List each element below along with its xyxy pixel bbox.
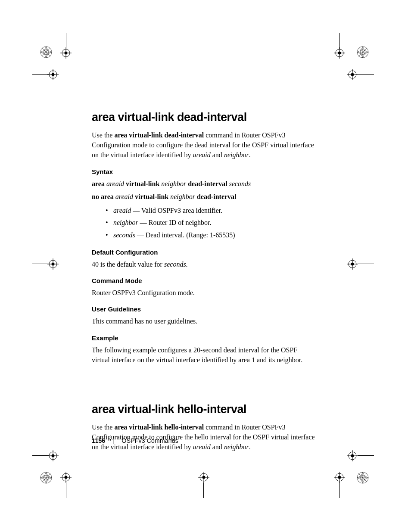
svg-line-33 — [363, 52, 365, 58]
param: seconds — [229, 180, 251, 187]
svg-line-11 — [46, 50, 52, 52]
registration-starburst-icon — [40, 472, 52, 484]
crop-line — [32, 455, 49, 456]
svg-line-64 — [40, 478, 46, 480]
registration-mark-icon — [347, 258, 358, 270]
svg-line-37 — [363, 52, 368, 55]
registration-mark-icon — [347, 450, 358, 461]
list-item: areaid — Valid OSPFv3 area identifier. — [106, 205, 316, 216]
crop-line — [203, 482, 204, 498]
svg-line-66 — [46, 478, 52, 480]
text: 40 is the default value for — [92, 261, 164, 268]
list-item: seconds — Dead interval. (Range: 1-65535… — [106, 230, 316, 241]
svg-line-9 — [40, 50, 46, 52]
svg-line-65 — [46, 475, 52, 478]
param-term: neighbor — [113, 219, 138, 226]
svg-line-8 — [46, 52, 49, 58]
svg-line-86 — [360, 478, 363, 483]
svg-line-88 — [357, 475, 363, 478]
registration-mark-icon — [334, 47, 345, 59]
section-title-dead-interval: area virtual-link dead-interval — [92, 111, 316, 124]
kw: virtual-link — [135, 193, 168, 200]
param-neighbor: neighbor — [224, 443, 249, 451]
param: neighbor — [170, 193, 195, 200]
registration-mark-icon — [347, 69, 358, 80]
svg-line-34 — [357, 50, 363, 52]
text: and — [211, 443, 224, 451]
svg-line-30 — [360, 47, 363, 52]
svg-line-89 — [357, 478, 363, 480]
section-title-hello-interval: area virtual-link hello-interval — [92, 403, 316, 416]
svg-line-10 — [40, 52, 46, 55]
registration-mark-icon — [47, 450, 59, 461]
svg-line-35 — [357, 52, 363, 55]
syntax-heading: Syntax — [92, 168, 316, 175]
crop-line — [339, 482, 340, 498]
svg-line-62 — [46, 478, 49, 483]
crop-line — [32, 74, 49, 75]
registration-mark-icon — [47, 258, 59, 270]
intro-paragraph-1: Use the area virtual-link dead-interval … — [92, 130, 316, 160]
svg-line-85 — [363, 472, 365, 478]
kw: virtual-link — [126, 180, 159, 187]
list-item: neighbor — Router ID of neighbor. — [106, 218, 316, 228]
crop-line — [358, 264, 374, 264]
registration-starburst-icon — [40, 46, 52, 58]
param: seconds — [164, 261, 186, 268]
text: and — [211, 151, 224, 159]
default-config-heading: Default Configuration — [92, 249, 316, 256]
svg-line-36 — [363, 50, 368, 52]
default-config-text: 40 is the default value for seconds. — [92, 259, 316, 269]
param: areaid — [106, 180, 124, 187]
kw: area — [92, 180, 105, 187]
registration-starburst-icon — [357, 46, 369, 58]
param-desc: — Dead interval. (Range: 1-65535) — [135, 231, 235, 239]
text: Use the — [92, 423, 114, 431]
kw: dead-interval — [188, 180, 227, 187]
crop-line — [66, 33, 66, 49]
registration-mark-icon — [47, 69, 59, 80]
param: neighbor — [161, 180, 186, 187]
registration-mark-icon — [198, 472, 209, 483]
example-text: The following example configures a 20-se… — [92, 345, 316, 365]
parameter-list: areaid — Valid OSPFv3 area identifier. n… — [92, 205, 316, 241]
svg-line-60 — [46, 472, 49, 478]
kw: no area — [92, 193, 114, 200]
svg-line-12 — [46, 52, 52, 55]
svg-line-7 — [44, 52, 46, 58]
svg-line-90 — [363, 475, 368, 478]
text: . — [186, 261, 188, 268]
param-neighbor: neighbor — [224, 151, 249, 159]
example-heading: Example — [92, 334, 316, 342]
registration-mark-icon — [334, 472, 345, 483]
command-mode-text: Router OSPFv3 Configuration mode. — [92, 288, 316, 298]
page-content: area virtual-link dead-interval Use the … — [92, 111, 316, 460]
chapter-name: OSPFv3 Commands — [122, 437, 178, 444]
text: . — [249, 443, 251, 451]
svg-line-5 — [44, 47, 46, 52]
svg-line-31 — [363, 47, 365, 52]
syntax-line-1: area areaid virtual-link neighbor dead-i… — [92, 179, 316, 189]
page-number: 1156 — [92, 437, 105, 444]
registration-mark-icon — [60, 472, 72, 483]
command-name: area virtual-link dead-interval — [114, 131, 204, 139]
svg-line-61 — [44, 478, 46, 483]
command-name: area virtual-link hello-interval — [114, 423, 204, 431]
svg-line-91 — [363, 478, 368, 480]
param-desc: — Router ID of neighbor. — [138, 219, 212, 226]
svg-line-32 — [360, 52, 363, 58]
text: . — [249, 151, 251, 159]
svg-line-59 — [44, 472, 46, 478]
crop-line — [358, 74, 374, 75]
registration-mark-icon — [60, 47, 72, 59]
registration-starburst-icon — [357, 472, 369, 484]
user-guidelines-text: This command has no user guidelines. — [92, 316, 316, 326]
param-term: areaid — [113, 207, 131, 214]
page-footer: 1156 | OSPFv3 Commands — [92, 437, 178, 444]
param-areaid: areaid — [193, 151, 211, 159]
param-desc: — Valid OSPFv3 area identifier. — [131, 207, 222, 214]
crop-line — [32, 264, 49, 264]
svg-line-63 — [40, 475, 46, 478]
param: areaid — [115, 193, 133, 200]
user-guidelines-heading: User Guidelines — [92, 305, 316, 313]
